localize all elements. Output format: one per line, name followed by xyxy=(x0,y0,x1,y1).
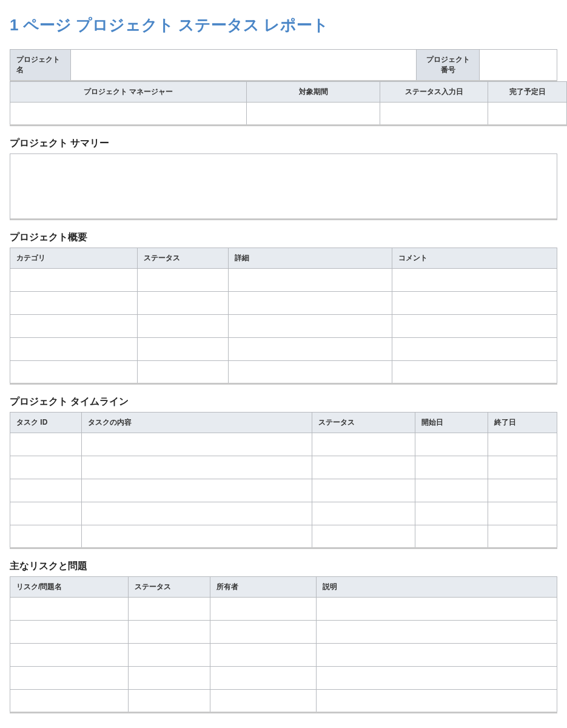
risk-owner-cell[interactable] xyxy=(210,598,317,621)
status-date-cell[interactable] xyxy=(380,103,488,126)
table-row xyxy=(10,644,557,667)
timeline-status-cell[interactable] xyxy=(312,502,415,525)
overview-detail-cell[interactable] xyxy=(229,269,392,292)
risk-desc-cell[interactable] xyxy=(317,621,557,644)
overview-comment-cell[interactable] xyxy=(392,338,557,361)
risk-desc-cell[interactable] xyxy=(317,644,557,667)
risk-name-cell[interactable] xyxy=(10,598,129,621)
overview-col-category: カテゴリ xyxy=(10,248,138,269)
timeline-end-cell[interactable] xyxy=(488,433,557,456)
timeline-task-id-cell[interactable] xyxy=(10,479,82,502)
risk-desc-cell[interactable] xyxy=(317,667,557,690)
timeline-start-cell[interactable] xyxy=(415,479,488,502)
risks-col-status: ステータス xyxy=(129,577,210,598)
risk-status-cell[interactable] xyxy=(129,598,210,621)
table-row xyxy=(10,621,557,644)
timeline-status-cell[interactable] xyxy=(312,479,415,502)
project-name-cell[interactable] xyxy=(71,50,417,81)
timeline-col-status: ステータス xyxy=(312,413,415,433)
overview-status-cell[interactable] xyxy=(138,292,229,315)
risk-owner-cell[interactable] xyxy=(210,667,317,690)
timeline-status-cell[interactable] xyxy=(312,525,415,548)
timeline-task-desc-cell[interactable] xyxy=(82,479,312,502)
status-date-label: ステータス入力日 xyxy=(380,82,488,103)
pm-cell[interactable] xyxy=(10,103,247,126)
overview-detail-cell[interactable] xyxy=(229,315,392,338)
timeline-start-cell[interactable] xyxy=(415,502,488,525)
overview-detail-cell[interactable] xyxy=(229,338,392,361)
overview-comment-cell[interactable] xyxy=(392,269,557,292)
timeline-task-desc-cell[interactable] xyxy=(82,433,312,456)
table-row xyxy=(10,456,557,479)
period-label: 対象期間 xyxy=(247,82,380,103)
timeline-status-cell[interactable] xyxy=(312,456,415,479)
risk-name-cell[interactable] xyxy=(10,621,129,644)
timeline-end-cell[interactable] xyxy=(488,525,557,548)
overview-status-cell[interactable] xyxy=(138,269,229,292)
overview-category-cell[interactable] xyxy=(10,315,138,338)
timeline-start-cell[interactable] xyxy=(415,456,488,479)
summary-heading: プロジェクト サマリー xyxy=(10,137,557,150)
risk-status-cell[interactable] xyxy=(129,667,210,690)
project-number-label: プロジェクト番号 xyxy=(417,50,480,81)
overview-category-cell[interactable] xyxy=(10,269,138,292)
project-name-label: プロジェクト名 xyxy=(10,50,71,81)
timeline-task-desc-cell[interactable] xyxy=(82,456,312,479)
risk-desc-cell[interactable] xyxy=(317,598,557,621)
risk-name-cell[interactable] xyxy=(10,667,129,690)
risk-name-cell[interactable] xyxy=(10,690,129,713)
risk-owner-cell[interactable] xyxy=(210,621,317,644)
overview-comment-cell[interactable] xyxy=(392,315,557,338)
risk-status-cell[interactable] xyxy=(129,644,210,667)
timeline-task-desc-cell[interactable] xyxy=(82,502,312,525)
overview-comment-cell[interactable] xyxy=(392,292,557,315)
table-row xyxy=(10,338,557,361)
timeline-col-task-id: タスク ID xyxy=(10,413,82,433)
table-row xyxy=(10,502,557,525)
timeline-col-start: 開始日 xyxy=(415,413,488,433)
overview-detail-cell[interactable] xyxy=(229,292,392,315)
timeline-task-id-cell[interactable] xyxy=(10,525,82,548)
risk-name-cell[interactable] xyxy=(10,644,129,667)
overview-heading: プロジェクト概要 xyxy=(10,231,557,244)
table-row xyxy=(10,525,557,548)
page-title: 1 ページ プロジェクト ステータス レポート xyxy=(10,15,557,36)
overview-detail-cell[interactable] xyxy=(229,361,392,384)
risk-desc-cell[interactable] xyxy=(317,690,557,713)
risk-owner-cell[interactable] xyxy=(210,690,317,713)
risk-status-cell[interactable] xyxy=(129,690,210,713)
table-row xyxy=(10,479,557,502)
overview-col-comment: コメント xyxy=(392,248,557,269)
due-date-cell[interactable] xyxy=(488,103,567,126)
timeline-task-desc-cell[interactable] xyxy=(82,525,312,548)
table-row xyxy=(10,667,557,690)
overview-col-status: ステータス xyxy=(138,248,229,269)
pm-label: プロジェクト マネージャー xyxy=(10,82,247,103)
risks-col-owner: 所有者 xyxy=(210,577,317,598)
risk-status-cell[interactable] xyxy=(129,621,210,644)
timeline-status-cell[interactable] xyxy=(312,433,415,456)
overview-category-cell[interactable] xyxy=(10,292,138,315)
period-cell[interactable] xyxy=(247,103,380,126)
timeline-task-id-cell[interactable] xyxy=(10,456,82,479)
overview-comment-cell[interactable] xyxy=(392,361,557,384)
overview-status-cell[interactable] xyxy=(138,338,229,361)
overview-status-cell[interactable] xyxy=(138,315,229,338)
timeline-end-cell[interactable] xyxy=(488,456,557,479)
risk-owner-cell[interactable] xyxy=(210,644,317,667)
timeline-start-cell[interactable] xyxy=(415,525,488,548)
timeline-end-cell[interactable] xyxy=(488,502,557,525)
timeline-table: タスク ID タスクの内容 ステータス 開始日 終了日 xyxy=(10,412,557,549)
overview-category-cell[interactable] xyxy=(10,361,138,384)
table-row xyxy=(10,433,557,456)
overview-table: カテゴリ ステータス 詳細 コメント xyxy=(10,248,557,385)
overview-category-cell[interactable] xyxy=(10,338,138,361)
due-date-label: 完了予定日 xyxy=(488,82,567,103)
project-number-cell[interactable] xyxy=(480,50,557,81)
timeline-task-id-cell[interactable] xyxy=(10,502,82,525)
overview-status-cell[interactable] xyxy=(138,361,229,384)
timeline-start-cell[interactable] xyxy=(415,433,488,456)
timeline-task-id-cell[interactable] xyxy=(10,433,82,456)
timeline-end-cell[interactable] xyxy=(488,479,557,502)
summary-box[interactable] xyxy=(10,153,557,220)
